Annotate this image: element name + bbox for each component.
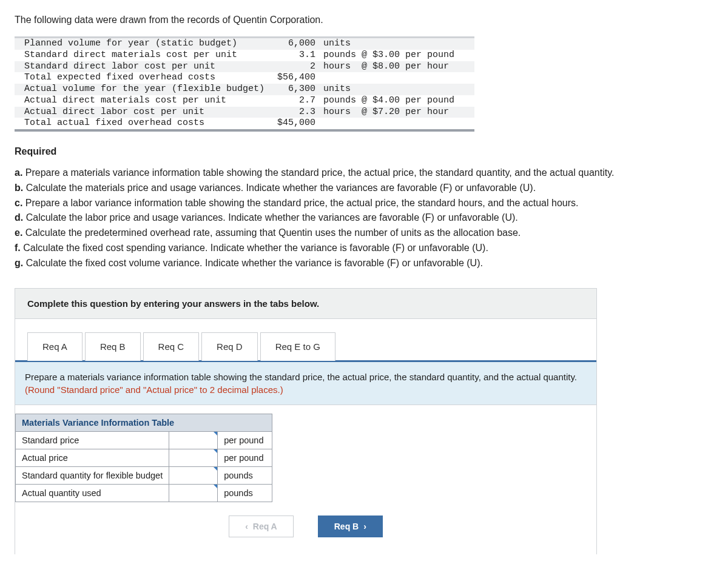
required-text: Calculate the labor price and usage vari… — [26, 212, 518, 223]
required-item: f. Calculate the fixed cost spending var… — [15, 241, 713, 256]
required-text: Calculate the fixed cost spending varian… — [23, 243, 488, 253]
required-list: a. Prepare a materials variance informat… — [15, 166, 713, 271]
table-row: Standard priceper pound — [16, 431, 272, 449]
unit-label: pounds — [218, 484, 272, 502]
required-item: b. Calculate the materials price and usa… — [15, 181, 713, 196]
data-row: Standard direct labor cost per unit2 hou… — [15, 61, 474, 73]
next-button-label: Req B — [334, 522, 359, 531]
data-label: Planned volume for year (static budget) — [24, 38, 273, 50]
data-quantity: 2.7 — [273, 95, 315, 107]
required-bullet: g. — [15, 258, 26, 268]
data-unit: hours @ $8.00 per hour — [315, 61, 465, 73]
required-text: Prepare a materials variance information… — [25, 167, 615, 178]
data-quantity: $56,400 — [273, 72, 315, 84]
table-row: Standard quantity for flexible budgetpou… — [16, 466, 272, 484]
data-row: Standard direct materials cost per unit3… — [15, 50, 474, 61]
required-text: Calculate the fixed cost volume variance… — [26, 258, 483, 268]
data-row: Total expected fixed overhead costs$56,4… — [15, 72, 474, 84]
data-quantity: 6,000 — [273, 38, 315, 50]
required-heading: Required — [15, 146, 713, 157]
answer-table-header: Materials Variance Information Table — [16, 414, 272, 431]
card-instruction: Complete this question by entering your … — [15, 289, 596, 319]
data-label: Actual volume for the year (flexible bud… — [24, 84, 273, 95]
tab-prompt-round: (Round "Standard price" and "Actual pric… — [25, 385, 283, 395]
data-row: Actual volume for the year (flexible bud… — [15, 84, 474, 95]
row-label: Standard quantity for flexible budget — [16, 466, 169, 484]
unit-label: pounds — [218, 466, 272, 484]
data-row: Actual direct labor cost per unit2.3 hou… — [15, 107, 474, 118]
data-label: Standard direct labor cost per unit — [24, 61, 273, 73]
value-input[interactable] — [169, 431, 218, 449]
nav-buttons: ‹ Req A Req B › — [15, 502, 596, 554]
row-label: Actual price — [16, 449, 169, 466]
value-input[interactable] — [169, 466, 218, 484]
next-button[interactable]: Req B › — [318, 516, 383, 537]
required-bullet: b. — [15, 183, 26, 193]
required-bullet: d. — [15, 212, 26, 223]
chevron-right-icon: › — [363, 522, 366, 531]
tab-prompt-main: Prepare a materials variance information… — [25, 372, 577, 382]
data-unit: units — [315, 38, 465, 50]
data-row: Total actual fixed overhead costs$45,000 — [15, 118, 474, 129]
data-label: Actual direct materials cost per unit — [24, 95, 273, 107]
prev-button[interactable]: ‹ Req A — [229, 516, 294, 537]
data-unit — [315, 72, 465, 84]
data-label: Total actual fixed overhead costs — [24, 118, 273, 129]
intro-text: The following data were drawn from the r… — [15, 15, 713, 25]
data-unit: hours @ $7.20 per hour — [315, 107, 465, 118]
required-bullet: a. — [15, 167, 25, 178]
data-quantity: 6,300 — [273, 84, 315, 95]
unit-label: per pound — [218, 431, 272, 449]
value-input[interactable] — [169, 449, 218, 466]
required-item: e. Calculate the predetermined overhead … — [15, 226, 713, 241]
required-item: c. Prepare a labor variance information … — [15, 196, 713, 211]
data-quantity: 2.3 — [273, 107, 315, 118]
row-label: Actual quantity used — [16, 484, 169, 502]
data-unit — [315, 118, 465, 129]
unit-label: per pound — [218, 449, 272, 466]
data-quantity: $45,000 — [273, 118, 315, 129]
required-item: g. Calculate the fixed cost volume varia… — [15, 256, 713, 271]
data-unit: pounds @ $3.00 per pound — [315, 50, 465, 61]
prev-button-label: Req A — [253, 522, 277, 531]
data-row: Actual direct materials cost per unit2.7… — [15, 95, 474, 107]
data-quantity: 3.1 — [273, 50, 315, 61]
answer-table: Materials Variance Information Table Sta… — [15, 414, 272, 502]
tab-req-e-to-g[interactable]: Req E to G — [260, 332, 335, 361]
required-bullet: e. — [15, 227, 25, 238]
data-row: Planned volume for year (static budget)6… — [15, 38, 474, 50]
data-label: Total expected fixed overhead costs — [24, 72, 273, 84]
tabs-row: Req AReq BReq CReq DReq E to G — [27, 332, 596, 361]
answer-card: Complete this question by entering your … — [15, 288, 597, 554]
tab-prompt: Prepare a materials variance information… — [15, 362, 596, 405]
required-text: Calculate the materials price and usage … — [26, 183, 536, 193]
tab-req-b[interactable]: Req B — [85, 332, 141, 361]
required-bullet: c. — [15, 198, 25, 208]
required-item: a. Prepare a materials variance informat… — [15, 166, 713, 181]
data-quantity: 2 — [273, 61, 315, 73]
required-item: d. Calculate the labor price and usage v… — [15, 210, 713, 226]
value-input[interactable] — [169, 484, 218, 502]
data-unit: units — [315, 84, 465, 95]
data-table: Planned volume for year (static budget)6… — [15, 36, 474, 132]
tab-req-a[interactable]: Req A — [27, 332, 83, 361]
tab-req-c[interactable]: Req C — [143, 332, 200, 361]
row-label: Standard price — [16, 431, 169, 449]
required-bullet: f. — [15, 243, 23, 253]
data-label: Standard direct materials cost per unit — [24, 50, 273, 61]
required-text: Prepare a labor variance information tab… — [25, 198, 579, 208]
tab-req-d[interactable]: Req D — [201, 332, 258, 361]
table-row: Actual priceper pound — [16, 449, 272, 466]
tab-content: Prepare a materials variance information… — [15, 360, 596, 554]
required-text: Calculate the predetermined overhead rat… — [25, 227, 521, 238]
data-unit: pounds @ $4.00 per pound — [315, 95, 465, 107]
chevron-left-icon: ‹ — [245, 522, 248, 531]
table-row: Actual quantity usedpounds — [16, 484, 272, 502]
data-label: Actual direct labor cost per unit — [24, 107, 273, 118]
